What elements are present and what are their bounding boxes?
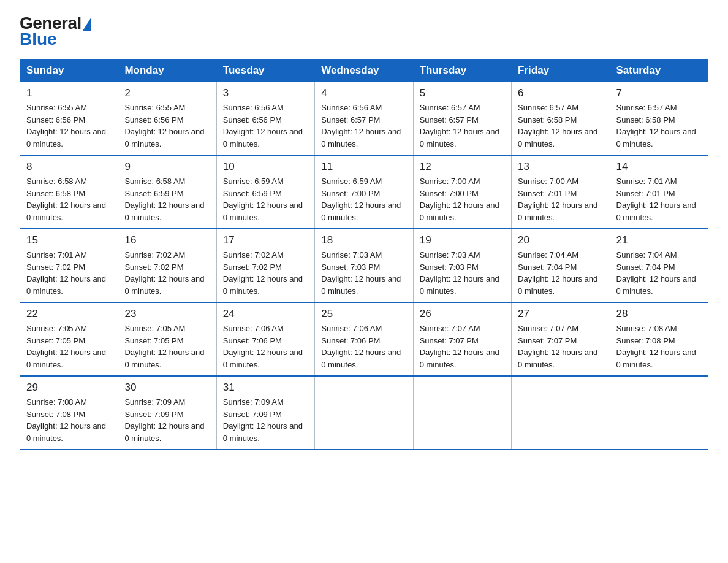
day-number: 19	[420, 234, 505, 247]
day-info: Sunrise: 6:59 AM Sunset: 7:00 PM Dayligh…	[321, 175, 406, 223]
day-info: Sunrise: 7:09 AM Sunset: 7:09 PM Dayligh…	[124, 396, 210, 444]
logo: General Blue	[20, 15, 91, 48]
calendar-cell: 6 Sunrise: 6:57 AM Sunset: 6:58 PM Dayli…	[512, 82, 610, 156]
header-wednesday: Wednesday	[315, 59, 413, 82]
day-number: 9	[124, 161, 210, 173]
calendar-cell: 30 Sunrise: 7:09 AM Sunset: 7:09 PM Dayl…	[118, 376, 216, 450]
calendar-cell: 22 Sunrise: 7:05 AM Sunset: 7:05 PM Dayl…	[20, 302, 118, 376]
calendar-week-row: 1 Sunrise: 6:55 AM Sunset: 6:56 PM Dayli…	[20, 82, 708, 156]
day-number: 21	[616, 234, 702, 247]
calendar-cell: 1 Sunrise: 6:55 AM Sunset: 6:56 PM Dayli…	[20, 82, 118, 156]
day-number: 14	[616, 161, 702, 173]
calendar-cell	[610, 376, 708, 450]
day-info: Sunrise: 7:08 AM Sunset: 7:08 PM Dayligh…	[616, 323, 702, 370]
header-saturday: Saturday	[610, 59, 708, 82]
day-info: Sunrise: 6:58 AM Sunset: 6:58 PM Dayligh…	[26, 175, 112, 223]
day-info: Sunrise: 7:05 AM Sunset: 7:05 PM Dayligh…	[124, 323, 210, 370]
calendar-week-row: 15 Sunrise: 7:01 AM Sunset: 7:02 PM Dayl…	[20, 229, 708, 302]
calendar-cell: 15 Sunrise: 7:01 AM Sunset: 7:02 PM Dayl…	[20, 229, 118, 302]
day-number: 26	[420, 308, 505, 320]
calendar-week-row: 22 Sunrise: 7:05 AM Sunset: 7:05 PM Dayl…	[20, 302, 708, 376]
day-number: 27	[518, 308, 603, 320]
day-number: 30	[124, 381, 210, 394]
day-info: Sunrise: 7:09 AM Sunset: 7:09 PM Dayligh…	[223, 396, 308, 444]
calendar-cell: 10 Sunrise: 6:59 AM Sunset: 6:59 PM Dayl…	[216, 155, 314, 229]
day-info: Sunrise: 7:02 AM Sunset: 7:02 PM Dayligh…	[124, 249, 210, 297]
calendar-week-row: 29 Sunrise: 7:08 AM Sunset: 7:08 PM Dayl…	[20, 376, 708, 450]
day-info: Sunrise: 7:03 AM Sunset: 7:03 PM Dayligh…	[321, 249, 406, 297]
calendar-cell: 28 Sunrise: 7:08 AM Sunset: 7:08 PM Dayl…	[610, 302, 708, 376]
day-number: 15	[26, 234, 112, 247]
day-number: 4	[321, 87, 406, 99]
day-number: 10	[223, 161, 308, 173]
day-info: Sunrise: 7:07 AM Sunset: 7:07 PM Dayligh…	[420, 323, 505, 370]
calendar-cell: 26 Sunrise: 7:07 AM Sunset: 7:07 PM Dayl…	[413, 302, 511, 376]
day-number: 22	[26, 308, 112, 320]
calendar-cell: 20 Sunrise: 7:04 AM Sunset: 7:04 PM Dayl…	[512, 229, 610, 302]
day-number: 17	[223, 234, 308, 247]
calendar-table: SundayMondayTuesdayWednesdayThursdayFrid…	[20, 59, 708, 450]
day-number: 29	[26, 381, 112, 394]
calendar-cell: 3 Sunrise: 6:56 AM Sunset: 6:56 PM Dayli…	[216, 82, 314, 156]
header-thursday: Thursday	[413, 59, 511, 82]
calendar-cell	[413, 376, 511, 450]
calendar-cell: 27 Sunrise: 7:07 AM Sunset: 7:07 PM Dayl…	[512, 302, 610, 376]
calendar-cell: 23 Sunrise: 7:05 AM Sunset: 7:05 PM Dayl…	[118, 302, 216, 376]
page-header: General Blue	[20, 15, 708, 48]
calendar-cell: 18 Sunrise: 7:03 AM Sunset: 7:03 PM Dayl…	[315, 229, 413, 302]
calendar-cell: 7 Sunrise: 6:57 AM Sunset: 6:58 PM Dayli…	[610, 82, 708, 156]
day-number: 5	[420, 87, 505, 99]
day-info: Sunrise: 6:56 AM Sunset: 6:57 PM Dayligh…	[321, 102, 406, 150]
day-info: Sunrise: 7:03 AM Sunset: 7:03 PM Dayligh…	[420, 249, 505, 297]
day-info: Sunrise: 6:58 AM Sunset: 6:59 PM Dayligh…	[124, 175, 210, 223]
header-tuesday: Tuesday	[216, 59, 314, 82]
calendar-cell: 5 Sunrise: 6:57 AM Sunset: 6:57 PM Dayli…	[413, 82, 511, 156]
day-number: 16	[124, 234, 210, 247]
logo-blue-text: Blue	[20, 31, 91, 48]
header-sunday: Sunday	[20, 59, 118, 82]
calendar-cell	[315, 376, 413, 450]
day-info: Sunrise: 6:57 AM Sunset: 6:58 PM Dayligh…	[616, 102, 702, 150]
day-info: Sunrise: 6:55 AM Sunset: 6:56 PM Dayligh…	[124, 102, 210, 150]
day-info: Sunrise: 7:06 AM Sunset: 7:06 PM Dayligh…	[223, 323, 308, 370]
day-info: Sunrise: 6:56 AM Sunset: 6:56 PM Dayligh…	[223, 102, 308, 150]
calendar-cell: 25 Sunrise: 7:06 AM Sunset: 7:06 PM Dayl…	[315, 302, 413, 376]
day-number: 31	[223, 381, 308, 394]
day-number: 12	[420, 161, 505, 173]
calendar-week-row: 8 Sunrise: 6:58 AM Sunset: 6:58 PM Dayli…	[20, 155, 708, 229]
calendar-cell: 16 Sunrise: 7:02 AM Sunset: 7:02 PM Dayl…	[118, 229, 216, 302]
calendar-cell: 4 Sunrise: 6:56 AM Sunset: 6:57 PM Dayli…	[315, 82, 413, 156]
calendar-cell: 11 Sunrise: 6:59 AM Sunset: 7:00 PM Dayl…	[315, 155, 413, 229]
calendar-cell: 9 Sunrise: 6:58 AM Sunset: 6:59 PM Dayli…	[118, 155, 216, 229]
day-info: Sunrise: 6:57 AM Sunset: 6:57 PM Dayligh…	[420, 102, 505, 150]
day-number: 13	[518, 161, 603, 173]
calendar-cell: 2 Sunrise: 6:55 AM Sunset: 6:56 PM Dayli…	[118, 82, 216, 156]
day-info: Sunrise: 7:04 AM Sunset: 7:04 PM Dayligh…	[518, 249, 603, 297]
calendar-cell: 29 Sunrise: 7:08 AM Sunset: 7:08 PM Dayl…	[20, 376, 118, 450]
day-info: Sunrise: 7:06 AM Sunset: 7:06 PM Dayligh…	[321, 323, 406, 370]
day-number: 24	[223, 308, 308, 320]
day-number: 28	[616, 308, 702, 320]
day-number: 20	[518, 234, 603, 247]
day-number: 8	[26, 161, 112, 173]
day-number: 3	[223, 87, 308, 99]
day-number: 6	[518, 87, 603, 99]
day-number: 18	[321, 234, 406, 247]
calendar-cell: 21 Sunrise: 7:04 AM Sunset: 7:04 PM Dayl…	[610, 229, 708, 302]
day-info: Sunrise: 7:01 AM Sunset: 7:01 PM Dayligh…	[616, 175, 702, 223]
day-number: 2	[124, 87, 210, 99]
calendar-cell: 12 Sunrise: 7:00 AM Sunset: 7:00 PM Dayl…	[413, 155, 511, 229]
calendar-cell: 13 Sunrise: 7:00 AM Sunset: 7:01 PM Dayl…	[512, 155, 610, 229]
calendar-cell: 17 Sunrise: 7:02 AM Sunset: 7:02 PM Dayl…	[216, 229, 314, 302]
day-info: Sunrise: 7:08 AM Sunset: 7:08 PM Dayligh…	[26, 396, 112, 444]
day-info: Sunrise: 7:00 AM Sunset: 7:00 PM Dayligh…	[420, 175, 505, 223]
day-number: 1	[26, 87, 112, 99]
header-friday: Friday	[512, 59, 610, 82]
header-monday: Monday	[118, 59, 216, 82]
calendar-cell: 24 Sunrise: 7:06 AM Sunset: 7:06 PM Dayl…	[216, 302, 314, 376]
day-info: Sunrise: 7:04 AM Sunset: 7:04 PM Dayligh…	[616, 249, 702, 297]
calendar-cell: 8 Sunrise: 6:58 AM Sunset: 6:58 PM Dayli…	[20, 155, 118, 229]
day-info: Sunrise: 6:55 AM Sunset: 6:56 PM Dayligh…	[26, 102, 112, 150]
day-info: Sunrise: 7:00 AM Sunset: 7:01 PM Dayligh…	[518, 175, 603, 223]
day-info: Sunrise: 6:57 AM Sunset: 6:58 PM Dayligh…	[518, 102, 603, 150]
